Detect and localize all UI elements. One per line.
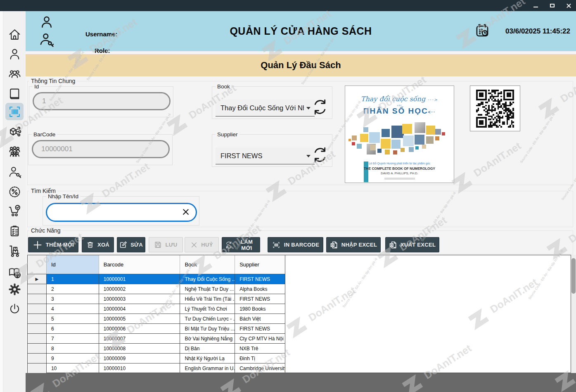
table-cell[interactable]: 10000006 [99, 324, 180, 333]
row-header-cell[interactable] [28, 324, 47, 333]
sidebar-item-book[interactable] [5, 85, 24, 102]
supplier-combobox[interactable]: FIRST NEWS [216, 147, 315, 164]
row-header-cell[interactable] [28, 363, 47, 373]
barcode-input[interactable] [32, 140, 170, 158]
maximize-button[interactable] [549, 2, 556, 10]
table-cell[interactable]: 10000001 [99, 274, 180, 284]
row-header-cell[interactable] [28, 304, 47, 314]
table-cell[interactable]: 10000004 [99, 304, 180, 314]
table-cell[interactable]: 8 [47, 344, 99, 353]
sidebar-item-handtruck[interactable] [5, 242, 24, 259]
table-cell[interactable]: Nghệ Thuật Tư Duy ... [180, 284, 235, 294]
row-header-cell[interactable] [28, 334, 47, 343]
table-cell[interactable]: 1980 Books [235, 304, 285, 314]
table-cell[interactable]: NXB Trẻ [235, 344, 285, 353]
scrollbar-thumb[interactable] [571, 258, 576, 294]
supplier-refresh-button[interactable] [311, 146, 329, 164]
table-row[interactable]: 1010000010English Grammar in U...Cambrid… [28, 363, 285, 373]
table-cell[interactable]: Hiểu Về Trái Tim (Tái ... [180, 294, 235, 304]
table-row[interactable]: 210000002Nghệ Thuật Tư Duy ...Alpha Book… [28, 284, 285, 294]
id-input[interactable] [33, 92, 171, 110]
table-cell[interactable]: 5 [47, 314, 99, 323]
table-cell[interactable]: English Grammar in U... [180, 363, 235, 373]
row-header-cell[interactable] [28, 284, 47, 294]
row-header-cell[interactable] [28, 344, 47, 353]
table-cell[interactable]: FIRST NEWS [235, 274, 285, 284]
sidebar-item-user-key[interactable] [5, 163, 24, 181]
export-excel-button[interactable]: XUẤT EXCEL [385, 237, 439, 252]
sidebar-item-book-globe[interactable] [5, 264, 24, 281]
column-header-id[interactable]: Id [47, 255, 99, 274]
add-new-button[interactable]: THÊM MỚI [28, 237, 78, 252]
sidebar-item-gear[interactable] [5, 280, 24, 298]
sidebar-item-barcode-scan[interactable] [5, 103, 24, 120]
table-cell[interactable]: Lý Thuyết Trò Chơi [180, 304, 235, 314]
sidebar-item-crowd[interactable] [5, 143, 24, 160]
import-excel-button[interactable]: NHẬP EXCEL [326, 237, 381, 252]
table-cell[interactable]: 10000002 [99, 284, 180, 294]
table-cell[interactable]: Cty CP MTV Hà Nội [235, 334, 285, 343]
table-cell[interactable]: 10000005 [99, 314, 180, 323]
table-cell[interactable]: Dị Bản [180, 344, 235, 353]
table-cell[interactable]: 10000009 [99, 354, 180, 363]
table-row[interactable]: 310000003Hiểu Về Trái Tim (Tái ...FIRST … [28, 294, 285, 304]
table-cell[interactable]: 9 [47, 354, 99, 363]
table-cell[interactable]: 10 [47, 363, 99, 373]
minimize-button[interactable] [532, 2, 540, 10]
table-cell[interactable]: FIRST NEWS [235, 324, 285, 333]
close-button[interactable] [565, 2, 573, 10]
row-header-cell[interactable]: ▶ [28, 274, 47, 284]
table-row[interactable]: 610000006Bí Mật Tư Duy Triệu ...FIRST NE… [28, 324, 285, 334]
table-row[interactable]: ▶110000001Thay Đổi Cuộc Sống ...FIRST NE… [28, 274, 285, 284]
sidebar-item-clipboard-check[interactable] [5, 222, 24, 240]
print-barcode-button[interactable]: IN BARCODE [268, 237, 323, 252]
table-row[interactable]: 710000007Bờ Vai Nghiêng NắngCty CP MTV H… [28, 334, 285, 344]
table-cell[interactable]: 6 [47, 324, 99, 333]
delete-button[interactable]: XOÁ [82, 237, 114, 252]
cancel-button[interactable]: HUỶ [185, 237, 219, 252]
table-cell[interactable]: 2 [47, 284, 99, 294]
table-cell[interactable]: 4 [47, 304, 99, 314]
edit-button[interactable]: SỬA [117, 237, 145, 252]
table-cell[interactable]: 10000010 [99, 363, 180, 373]
row-header-cell[interactable] [28, 314, 47, 323]
sidebar-item-power[interactable] [5, 300, 24, 318]
table-cell[interactable]: Bờ Vai Nghiêng Nắng [180, 334, 235, 343]
table-row[interactable]: 910000009Nhật Ký Người LạĐinh Tị [28, 354, 285, 363]
column-header-book[interactable]: Book [180, 255, 235, 274]
sidebar-item-cart-check[interactable] [5, 202, 24, 219]
table-cell[interactable]: Bách Việt [235, 314, 285, 323]
row-header-cell[interactable] [28, 354, 47, 363]
book-combobox[interactable]: Thay Đổi Cuộc Sống Với Nh [216, 100, 315, 116]
table-cell[interactable]: Cambridge University ... [235, 363, 285, 373]
reload-button[interactable]: LÀM MỚI [222, 237, 260, 252]
table-row[interactable]: 810000008Dị BảnNXB Trẻ [28, 344, 285, 354]
column-header-supplier[interactable]: Supplier [235, 255, 285, 274]
table-cell[interactable]: Đinh Tị [235, 354, 285, 363]
table-cell[interactable]: 7 [47, 334, 99, 343]
table-cell[interactable]: 3 [47, 294, 99, 304]
sidebar-item-people-group[interactable] [5, 65, 24, 83]
clear-search-icon[interactable] [181, 207, 190, 216]
table-row[interactable]: 510000005Tư Duy Chiến Lược - ...Bách Việ… [28, 314, 285, 324]
table-cell[interactable]: Nhật Ký Người Lạ [180, 354, 235, 363]
sidebar-item-percent-badge[interactable] [5, 183, 24, 200]
sidebar-item-home[interactable] [5, 26, 24, 43]
table-cell[interactable]: 1 [47, 274, 99, 284]
table-cell[interactable]: 10000007 [99, 334, 180, 343]
table-scrollbar[interactable] [571, 255, 576, 373]
column-header-barcode[interactable]: Barcode [99, 255, 180, 274]
table-cell[interactable]: 10000008 [99, 344, 180, 353]
sidebar-item-box-network[interactable] [5, 123, 24, 140]
table-cell[interactable]: 10000003 [99, 294, 180, 304]
sidebar-item-user[interactable] [5, 45, 24, 63]
table-cell[interactable]: Thay Đổi Cuộc Sống ... [180, 274, 235, 284]
table-cell[interactable]: Tư Duy Chiến Lược - ... [180, 314, 235, 323]
row-header-cell[interactable] [28, 294, 47, 304]
book-refresh-button[interactable] [311, 98, 329, 116]
table-row[interactable]: 410000004Lý Thuyết Trò Chơi1980 Books [28, 304, 285, 314]
table-cell[interactable]: Alpha Books [235, 284, 285, 294]
search-input[interactable] [46, 203, 197, 222]
save-button[interactable]: LƯU [149, 237, 183, 252]
table-cell[interactable]: Bí Mật Tư Duy Triệu ... [180, 324, 235, 333]
